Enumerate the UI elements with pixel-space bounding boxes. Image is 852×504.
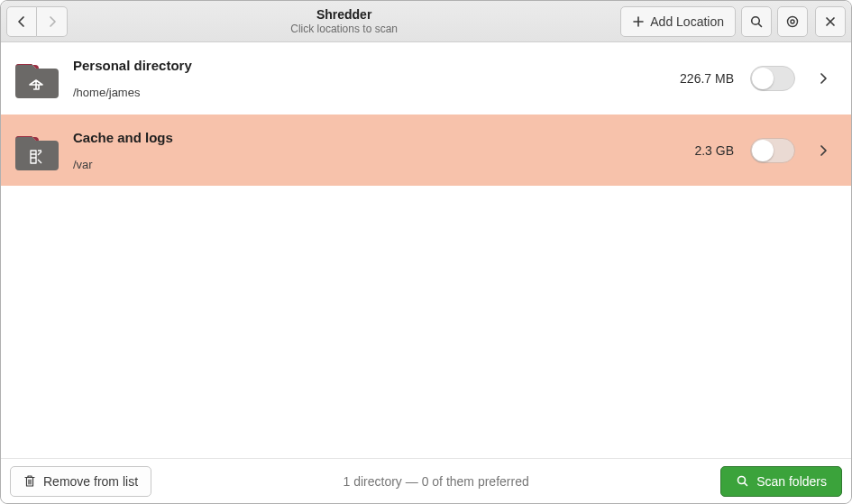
add-location-button[interactable]: Add Location	[620, 6, 736, 37]
location-name: Personal directory	[73, 58, 680, 73]
location-name: Cache and logs	[73, 130, 694, 145]
folder-icon	[10, 127, 62, 174]
location-path: /home/james	[73, 86, 680, 99]
location-text: Cache and logs /var	[73, 130, 694, 171]
location-size: 226.7 MB	[680, 71, 734, 86]
location-row[interactable]: Personal directory /home/james 226.7 MB	[1, 42, 851, 115]
preferred-toggle[interactable]	[750, 138, 795, 163]
add-location-label: Add Location	[650, 14, 724, 29]
location-size: 2.3 GB	[694, 143, 734, 158]
app-window: Shredder Click locations to scan Add Loc…	[0, 0, 852, 504]
scan-label: Scan folders	[756, 474, 827, 489]
search-button[interactable]	[741, 6, 772, 37]
chevron-left-icon	[15, 15, 28, 28]
plus-icon	[632, 15, 645, 28]
remove-label: Remove from list	[43, 474, 138, 489]
remove-from-list-button[interactable]: Remove from list	[10, 466, 151, 497]
nav-group	[6, 6, 68, 37]
open-location-button[interactable]	[815, 142, 831, 159]
search-icon	[749, 14, 764, 29]
gear-icon	[785, 14, 800, 29]
app-title: Shredder	[68, 7, 620, 23]
chevron-right-icon	[46, 15, 59, 28]
preferred-toggle[interactable]	[750, 66, 795, 91]
svg-point-2	[791, 20, 794, 23]
footer-bar: Remove from list 1 directory — 0 of them…	[1, 458, 851, 503]
open-location-button[interactable]	[815, 70, 831, 87]
title-area: Shredder Click locations to scan	[68, 7, 620, 35]
trash-icon	[23, 474, 36, 488]
close-button[interactable]	[815, 6, 846, 37]
footer-status: 1 directory — 0 of them preferred	[160, 474, 711, 489]
header-actions: Add Location	[620, 6, 846, 37]
chevron-right-icon	[817, 72, 829, 85]
location-row[interactable]: Cache and logs /var 2.3 GB	[1, 115, 851, 187]
settings-button[interactable]	[777, 6, 808, 37]
svg-point-1	[788, 16, 798, 26]
location-path: /var	[73, 158, 694, 171]
header-bar: Shredder Click locations to scan Add Loc…	[1, 1, 851, 42]
search-icon	[736, 474, 749, 488]
location-text: Personal directory /home/james	[73, 58, 680, 99]
app-subtitle: Click locations to scan	[68, 23, 620, 35]
folder-icon	[10, 55, 62, 102]
forward-button[interactable]	[37, 6, 68, 37]
scan-folders-button[interactable]: Scan folders	[720, 466, 842, 497]
back-button[interactable]	[6, 6, 37, 37]
locations-list: Personal directory /home/james 226.7 MB …	[1, 42, 851, 458]
chevron-right-icon	[817, 144, 829, 157]
close-icon	[824, 15, 837, 28]
